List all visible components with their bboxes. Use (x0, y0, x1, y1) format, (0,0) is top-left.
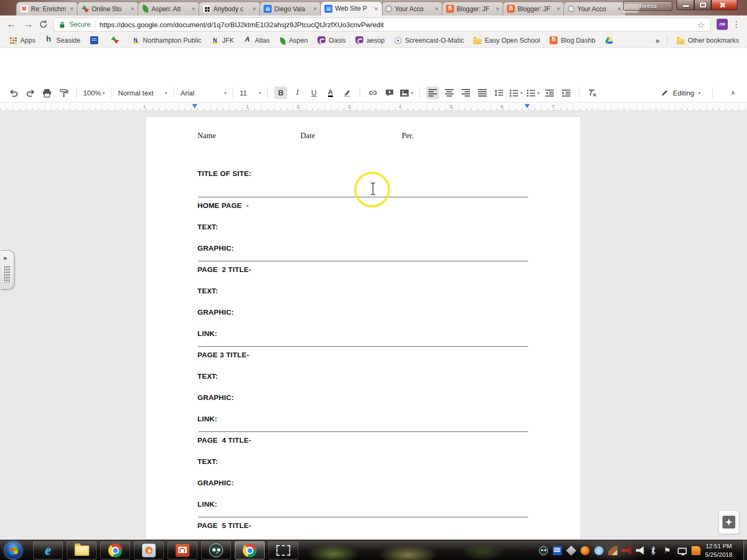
bookmark-northampton[interactable]: Northampton Public (128, 35, 205, 46)
drag-handle-dots[interactable] (4, 266, 10, 283)
collapse-toolbar-button[interactable]: ∧ (727, 86, 740, 99)
chrome-menu-icon[interactable]: ⋮ (731, 18, 742, 31)
paint-format-button[interactable] (57, 86, 70, 99)
bookmark-seaside[interactable]: Seaside (42, 35, 84, 46)
numbered-list-button[interactable]: ▾ (509, 86, 522, 99)
forward-button[interactable]: → (21, 17, 35, 31)
bookmark-aspen[interactable]: Aspen (276, 35, 312, 46)
tab-diego-doc[interactable]: Diego Vala × (259, 2, 322, 15)
tab-close-icon[interactable]: × (251, 5, 258, 12)
start-button[interactable] (4, 541, 22, 559)
tab-aspen[interactable]: Aspen: Att × (138, 2, 200, 15)
speaker-tray-icon[interactable] (636, 546, 645, 555)
bookmark-aesop[interactable]: aesop (352, 35, 388, 46)
tab-your-account[interactable]: Your Acco × (381, 2, 443, 15)
back-button[interactable]: ← (4, 17, 18, 31)
redo-button[interactable] (24, 86, 37, 99)
align-left-button[interactable] (426, 86, 439, 99)
bookmark-oasis[interactable]: Oasis (314, 35, 349, 46)
tab-online-store[interactable]: Online Sto × (77, 2, 139, 15)
styles-select[interactable]: Normal text ▾ (118, 86, 167, 99)
tab-close-icon[interactable]: × (372, 5, 379, 12)
highlight-color-button[interactable] (340, 86, 353, 99)
line-spacing-button[interactable] (492, 86, 505, 99)
increase-indent-button[interactable] (560, 86, 573, 99)
bookmarks-overflow-icon[interactable]: » (655, 36, 659, 45)
taskbar-file-explorer[interactable] (67, 541, 97, 559)
action-center-flag-icon[interactable]: ⚑ (664, 546, 673, 555)
font-size-select[interactable]: 11 ▾ (240, 86, 261, 99)
taskbar-chrome[interactable] (100, 541, 130, 559)
insert-link-button[interactable] (367, 86, 379, 99)
cloud-tray-icon[interactable] (594, 546, 603, 555)
readwrite-sidebar-tab[interactable]: » (1, 250, 14, 290)
taskbar-powerpoint[interactable] (168, 541, 197, 559)
reload-button[interactable] (38, 20, 48, 29)
italic-button[interactable]: I (291, 86, 304, 99)
left-indent-marker[interactable] (192, 104, 197, 108)
tab-web-site-doc-active[interactable]: Web Site P × (320, 1, 383, 15)
align-justify-button[interactable] (476, 86, 489, 99)
align-right-button[interactable] (459, 86, 472, 99)
tab-close-icon[interactable]: × (555, 5, 562, 12)
underline-button[interactable]: U (307, 86, 320, 99)
window-maximize-button[interactable] (694, 0, 711, 10)
font-select[interactable]: Arial ▾ (180, 86, 226, 99)
taskbar-media-player[interactable] (134, 541, 164, 559)
url-omnibox[interactable]: Secure https://docs.google.com/document/… (53, 18, 711, 31)
owl-tray-icon[interactable] (539, 546, 548, 555)
explore-button[interactable] (719, 510, 739, 534)
tab-blogger-2[interactable]: Blogger: JF × (503, 2, 565, 15)
bookmark-jfk[interactable]: JFK (207, 35, 237, 46)
tab-close-icon[interactable]: × (129, 5, 136, 12)
other-bookmarks-folder[interactable]: Other bookmarks (673, 35, 743, 46)
print-button[interactable] (41, 86, 53, 99)
diamond-tray-icon[interactable] (566, 545, 576, 555)
tab-your-account-2[interactable]: Your Acco × (563, 2, 626, 15)
taskbar-internet-explorer[interactable]: e (33, 541, 63, 559)
tab-close-icon[interactable]: × (433, 5, 440, 12)
bookmark-unlabeled-blue[interactable] (86, 35, 105, 46)
right-indent-marker[interactable] (525, 104, 530, 108)
window-close-button[interactable] (711, 0, 737, 10)
window-minimize-button[interactable] (677, 0, 694, 10)
url-text[interactable]: https://docs.google.com/document/d/1q7cr… (100, 21, 693, 29)
brush-tray-icon[interactable] (608, 546, 617, 555)
insert-image-button[interactable]: ▾ (400, 86, 413, 99)
taskbar-snipping-tool[interactable] (268, 541, 298, 559)
bulleted-list-button[interactable]: ▾ (526, 86, 539, 99)
insert-comment-button[interactable] (383, 86, 396, 99)
bookmark-drive[interactable] (601, 35, 620, 46)
text-color-button[interactable]: A (324, 86, 337, 99)
network-display-tray-icon[interactable] (678, 548, 687, 554)
bold-button[interactable]: B (274, 86, 287, 99)
taskbar-screencast-owl[interactable] (201, 541, 231, 559)
bookmark-blog-dashboard[interactable]: Blog Dashb (546, 35, 599, 46)
tab-close-icon[interactable]: × (68, 5, 75, 12)
clear-formatting-button[interactable] (586, 86, 599, 99)
bluetooth-tray-icon[interactable] (650, 546, 659, 555)
taskbar-clock[interactable]: 12:51 PM 5/25/2018 (698, 542, 740, 559)
bookmark-atlas[interactable]: Atlas (240, 35, 274, 46)
bookmark-folder-easy-open-school[interactable]: Easy Open School (470, 35, 544, 46)
readwrite-extension-icon[interactable]: rw (717, 19, 728, 30)
tab-anybody[interactable]: Anybody c × (198, 2, 261, 15)
show-desktop-button[interactable] (743, 540, 747, 560)
decrease-indent-button[interactable] (543, 86, 556, 99)
taskbar-chrome-active[interactable] (235, 541, 265, 559)
browser-profile-button[interactable]: Teresa (623, 1, 672, 11)
tab-blogger-1[interactable]: Blogger: JF × (442, 2, 504, 15)
bookmark-screencast[interactable]: Screencast-O-Matic (391, 35, 467, 46)
editing-mode-select[interactable]: Editing ▾ (656, 86, 706, 99)
tab-close-icon[interactable]: × (494, 5, 501, 12)
undo-button[interactable] (7, 86, 20, 99)
bookmark-unlabeled-arrows[interactable] (107, 35, 126, 46)
align-center-button[interactable] (443, 86, 456, 99)
tab-close-icon[interactable]: × (190, 5, 197, 12)
bookmark-star-icon[interactable]: ☆ (697, 20, 705, 30)
apps-shortcut[interactable]: Apps (5, 35, 39, 46)
tab-close-icon[interactable]: × (312, 5, 319, 12)
tab-gmail[interactable]: Re: Enrichm × (16, 2, 78, 15)
orange-orb-tray-icon[interactable] (581, 546, 590, 555)
zoom-select[interactable]: 100% ▾ (83, 86, 105, 99)
